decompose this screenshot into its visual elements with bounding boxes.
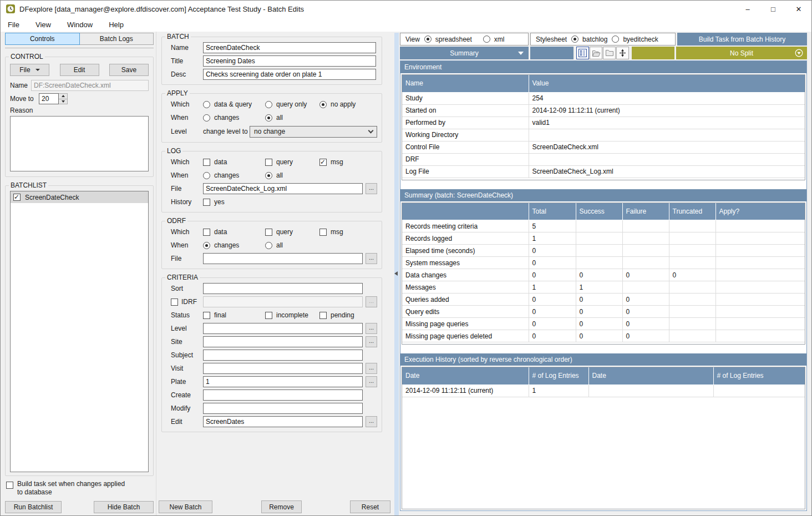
tab-batch-logs[interactable]: Batch Logs: [80, 33, 154, 45]
radio-stylesheet-byeditcheck[interactable]: byeditcheck: [612, 36, 658, 43]
subject-input[interactable]: [203, 350, 363, 361]
radio-apply-all[interactable]: all: [265, 114, 319, 122]
new-batch-button[interactable]: New Batch: [159, 500, 212, 513]
level-browse-button[interactable]: ...: [366, 323, 377, 334]
odrf-file-input[interactable]: [203, 253, 363, 264]
table-row[interactable]: Control FileScreenDateCheck.xml: [402, 141, 805, 153]
split-menu-icon[interactable]: [795, 49, 803, 57]
spin-up-icon[interactable]: [59, 94, 67, 99]
batch-name-input[interactable]: [203, 42, 376, 53]
table-row[interactable]: Log FileScreenDateCheck_Log.xml: [402, 165, 805, 178]
menu-view[interactable]: View: [30, 19, 57, 31]
radio-view-spreadsheet[interactable]: spreadsheet: [424, 36, 472, 43]
table-row[interactable]: Performed byvalid1: [402, 117, 805, 129]
radio-no-apply[interactable]: no apply: [319, 100, 356, 108]
odrf-file-browse-button[interactable]: ...: [366, 253, 377, 264]
panel-splitter[interactable]: [394, 33, 399, 515]
build-task-from-history-button[interactable]: Build Task from Batch History: [677, 33, 807, 45]
site-input[interactable]: [203, 336, 363, 347]
edit-input[interactable]: [203, 416, 363, 427]
splitter-collapse-icon[interactable]: [394, 271, 398, 276]
table-row[interactable]: Working Directory: [402, 129, 805, 141]
table-row[interactable]: Queries added000: [402, 294, 805, 306]
radio-log-changes[interactable]: changes: [203, 171, 265, 179]
visit-browse-button[interactable]: ...: [366, 363, 377, 374]
folder-icon[interactable]: [603, 47, 616, 59]
close-button[interactable]: ✕: [786, 1, 811, 17]
table-row[interactable]: Records meeting criteria5: [402, 220, 805, 232]
reset-button[interactable]: Reset: [350, 500, 390, 513]
file-dropdown-button[interactable]: File: [10, 64, 49, 76]
maximize-button[interactable]: □: [760, 1, 786, 17]
table-row[interactable]: DRF: [402, 153, 805, 165]
control-name-field[interactable]: [31, 80, 149, 91]
reason-textarea[interactable]: [10, 116, 149, 171]
radio-stylesheet-batchlog[interactable]: batchlog: [571, 36, 607, 43]
column-header[interactable]: [402, 203, 529, 220]
checkbox-odrf-msg[interactable]: msg: [319, 228, 343, 236]
hide-batch-button[interactable]: Hide Batch: [94, 501, 154, 513]
table-row[interactable]: Query edits000: [402, 306, 805, 318]
checkbox-odrf-query[interactable]: query: [265, 228, 319, 236]
column-header[interactable]: Truncated: [669, 203, 715, 220]
level-input[interactable]: [203, 323, 363, 334]
batch-desc-input[interactable]: [203, 69, 376, 80]
table-row[interactable]: Missing page queries000: [402, 318, 805, 330]
site-browse-button[interactable]: ...: [366, 336, 377, 347]
radio-query-only[interactable]: query only: [265, 100, 319, 108]
table-row[interactable]: Records logged1: [402, 232, 805, 245]
batchlist-item-screendatecheck[interactable]: ScreenDateCheck: [11, 191, 148, 203]
no-split-button[interactable]: No Split: [676, 47, 807, 59]
radio-odrf-changes[interactable]: changes: [203, 241, 265, 249]
idrf-option[interactable]: IDRF: [171, 298, 203, 306]
table-row[interactable]: Study254: [402, 92, 805, 104]
column-header[interactable]: # of Log Entries: [529, 367, 588, 385]
batch-checkbox[interactable]: [13, 194, 21, 201]
table-row[interactable]: Missing page queries deleted000: [402, 330, 805, 342]
batch-title-input[interactable]: [203, 55, 376, 67]
build-task-checkbox[interactable]: [6, 482, 13, 489]
split-view-icon[interactable]: [616, 47, 629, 59]
remove-button[interactable]: Remove: [261, 500, 302, 513]
menu-help[interactable]: Help: [103, 19, 129, 31]
column-header[interactable]: Date: [402, 367, 529, 385]
checkbox-status-incomplete[interactable]: incomplete: [265, 311, 319, 319]
table-row[interactable]: System messages0: [402, 257, 805, 269]
table-row[interactable]: Elapsed time (seconds)0: [402, 245, 805, 257]
edit-button[interactable]: Edit: [60, 64, 99, 76]
plate-input[interactable]: [203, 376, 363, 387]
move-to-input[interactable]: [39, 93, 59, 104]
checkbox-log-msg[interactable]: msg: [319, 158, 343, 166]
checkbox-odrf-data[interactable]: data: [203, 228, 265, 236]
checkbox-status-pending[interactable]: pending: [319, 311, 354, 319]
create-input[interactable]: [203, 389, 363, 401]
column-header[interactable]: Success: [576, 203, 622, 220]
tab-controls[interactable]: Controls: [5, 33, 80, 45]
column-header[interactable]: Apply?: [715, 203, 805, 220]
checkbox-log-query[interactable]: query: [265, 158, 319, 166]
plate-browse-button[interactable]: ...: [366, 376, 377, 387]
move-to-stepper[interactable]: [39, 93, 68, 104]
spinner-buttons[interactable]: [59, 93, 68, 104]
modify-input[interactable]: [203, 403, 363, 414]
column-header[interactable]: # of Log Entries: [713, 367, 805, 385]
open-file-icon[interactable]: [590, 47, 602, 59]
sort-input[interactable]: [203, 283, 363, 294]
table-row[interactable]: 2014-12-09 11:12:11 (current) 1: [402, 385, 805, 397]
batchlist-listbox[interactable]: ScreenDateCheck: [10, 191, 149, 472]
edit-browse-button[interactable]: ...: [366, 416, 377, 427]
column-header[interactable]: Name: [402, 75, 529, 92]
summary-dropdown[interactable]: Summary: [400, 47, 529, 59]
visit-input[interactable]: [203, 363, 363, 374]
radio-log-all[interactable]: all: [265, 171, 319, 179]
detail-view-icon[interactable]: [576, 47, 589, 59]
menu-file[interactable]: File: [2, 19, 25, 31]
radio-data-and-query[interactable]: data & query: [203, 100, 265, 108]
column-header[interactable]: Total: [529, 203, 576, 220]
change-level-select[interactable]: no change: [250, 126, 377, 138]
spin-down-icon[interactable]: [59, 99, 67, 104]
run-batchlist-button[interactable]: Run Batchlist: [5, 501, 62, 513]
column-header[interactable]: Date: [588, 367, 713, 385]
menu-window[interactable]: Window: [62, 19, 98, 31]
column-header[interactable]: Failure: [622, 203, 669, 220]
